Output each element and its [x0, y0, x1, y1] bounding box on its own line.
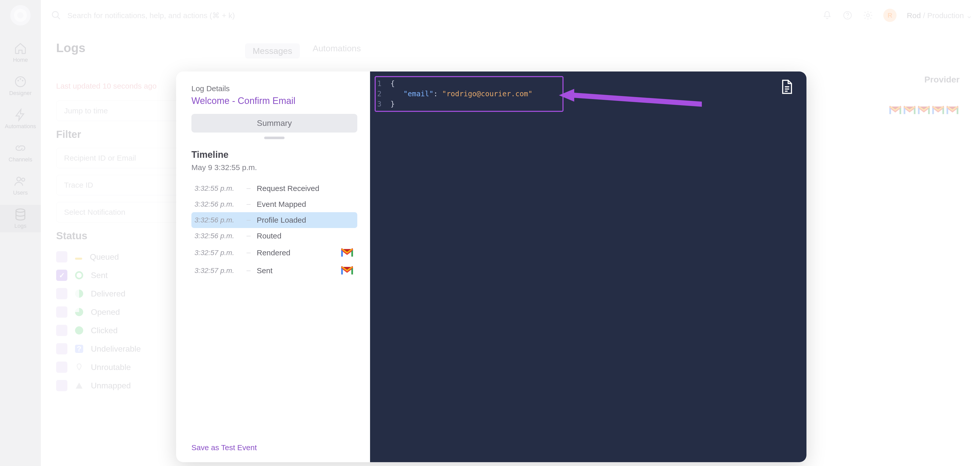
timeline-event-routed[interactable]: 3:32:56 p.m.—Routed: [191, 228, 357, 244]
tab-automations[interactable]: Automations: [313, 43, 361, 59]
gmail-icon: [917, 105, 931, 116]
status-label: Unroutable: [91, 362, 131, 372]
status-checkbox[interactable]: [56, 288, 67, 299]
sidenav-label-users: Users: [13, 190, 27, 196]
status-indicator-icon: [75, 308, 83, 316]
timeline-dash: —: [247, 218, 251, 222]
timeline-label: Rendered: [257, 249, 334, 257]
timeline-event-sent[interactable]: 3:32:57 p.m.—Sent: [191, 262, 357, 279]
status-label: Delivered: [91, 289, 125, 298]
sidenav-item-home[interactable]: Home: [0, 39, 41, 66]
timeline-event-rendered[interactable]: 3:32:57 p.m.—Rendered: [191, 244, 357, 262]
status-row-undeliverable[interactable]: ?Undeliverable: [56, 340, 189, 358]
svg-point-2: [20, 78, 21, 80]
save-as-test-event-link[interactable]: Save as Test Event: [191, 443, 357, 452]
summary-tab[interactable]: Summary: [191, 114, 357, 132]
search-wrap[interactable]: Search for notifications, help, and acti…: [51, 10, 235, 21]
timeline-time: 3:32:57 p.m.: [194, 249, 240, 257]
sidenav-item-automations[interactable]: Automations: [0, 105, 41, 133]
svg-point-6: [16, 209, 25, 212]
status-label: Queued: [90, 252, 119, 262]
annotation-arrow: [559, 86, 707, 109]
timeline-label: Sent: [257, 267, 334, 275]
gear-icon[interactable]: [863, 10, 873, 21]
sidenav-item-designer[interactable]: Designer: [0, 72, 41, 100]
timeline-event-event-mapped[interactable]: 3:32:56 p.m.—Event Mapped: [191, 196, 357, 212]
status-checkbox[interactable]: [56, 270, 67, 281]
provider-column: Provider: [888, 75, 959, 145]
filter-heading: Filter: [56, 129, 189, 140]
timeline-dash: —: [247, 234, 251, 238]
filter-trace-input[interactable]: Trace ID: [56, 175, 189, 195]
bell-icon[interactable]: [822, 10, 832, 21]
status-heading: Status: [56, 230, 189, 241]
brand-logo[interactable]: [10, 5, 30, 26]
status-checkbox[interactable]: [56, 343, 67, 354]
status-row-clicked[interactable]: Clicked: [56, 321, 189, 340]
status-indicator-icon: [75, 381, 83, 389]
status-row-sent[interactable]: Sent: [56, 266, 189, 284]
filter-notification-select[interactable]: Select Notification: [56, 202, 189, 222]
status-indicator-icon: [75, 326, 83, 335]
user-name: Rod: [907, 11, 921, 20]
timeline-dash: —: [247, 186, 251, 191]
filter-recipient-input[interactable]: Recipient ID or Email: [56, 148, 189, 168]
last-updated-label: Last updated 10 seconds ago: [56, 82, 189, 90]
tabs: Messages Automations: [245, 43, 361, 59]
status-checkbox[interactable]: [56, 251, 67, 262]
modal-subheader: Log Details: [191, 84, 357, 93]
jump-to-time-input[interactable]: Jump to time: [56, 101, 189, 121]
sidenav-item-channels[interactable]: Channels: [0, 139, 41, 166]
svg-point-10: [847, 17, 848, 18]
svg-point-11: [866, 14, 870, 17]
svg-marker-12: [559, 89, 702, 107]
help-icon[interactable]: [842, 10, 853, 21]
timeline-title: Timeline: [191, 149, 357, 160]
status-label: Undeliverable: [91, 344, 141, 354]
users-icon: [14, 175, 27, 188]
sidenav-item-logs[interactable]: Logs: [0, 205, 41, 232]
gmail-icon: [888, 105, 902, 116]
status-label: Opened: [91, 308, 120, 317]
workspace-name: Production: [927, 11, 964, 20]
modal-title-link[interactable]: Welcome - Confirm Email: [191, 96, 357, 106]
timeline-event-profile-loaded[interactable]: 3:32:56 p.m.—Profile Loaded: [191, 212, 357, 228]
timeline-label: Routed: [257, 231, 354, 240]
gmail-icon: [340, 265, 354, 276]
sidenav-label-logs: Logs: [14, 223, 27, 229]
status-indicator-icon: ?: [75, 345, 83, 353]
avatar[interactable]: R: [883, 9, 897, 22]
tab-messages[interactable]: Messages: [245, 43, 300, 59]
status-indicator-icon: [75, 363, 83, 371]
status-indicator-icon: [75, 258, 82, 260]
timeline-time: 3:32:55 p.m.: [194, 184, 240, 193]
timeline-event-request-received[interactable]: 3:32:55 p.m.—Request Received: [191, 180, 357, 196]
database-icon: [14, 208, 27, 221]
gmail-icon: [945, 105, 959, 116]
status-row-unmapped[interactable]: Unmapped: [56, 377, 189, 395]
code-body[interactable]: { "email": "rodrigo@courier.com" }: [390, 79, 532, 109]
status-checkbox[interactable]: [56, 325, 67, 336]
status-indicator-icon: [75, 271, 83, 279]
modal-left-pane: Log Details Welcome - Confirm Email Summ…: [176, 72, 370, 462]
provider-header: Provider: [888, 75, 959, 85]
logs-left-column: Last updated 10 seconds ago Jump to time…: [56, 82, 189, 395]
status-checkbox[interactable]: [56, 306, 67, 318]
copy-document-icon[interactable]: [780, 79, 794, 94]
timeline-label: Event Mapped: [257, 200, 354, 209]
sidenav-item-users[interactable]: Users: [0, 172, 41, 199]
status-checkbox[interactable]: [56, 362, 67, 373]
status-row-opened[interactable]: Opened: [56, 303, 189, 321]
svg-point-7: [52, 11, 58, 18]
status-row-unroutable[interactable]: Unroutable: [56, 358, 189, 377]
status-row-queued[interactable]: Queued: [56, 248, 189, 266]
workspace-switcher[interactable]: Rod / Production ⌄: [907, 11, 972, 20]
home-icon: [14, 42, 27, 55]
status-row-delivered[interactable]: Delivered: [56, 284, 189, 303]
gmail-icon: [931, 105, 945, 116]
timeline-dash: —: [247, 268, 251, 273]
sidenav-label-home: Home: [13, 57, 28, 63]
drag-handle[interactable]: [264, 137, 285, 139]
status-checkbox[interactable]: [56, 380, 67, 391]
timeline-time: 3:32:57 p.m.: [194, 267, 240, 275]
